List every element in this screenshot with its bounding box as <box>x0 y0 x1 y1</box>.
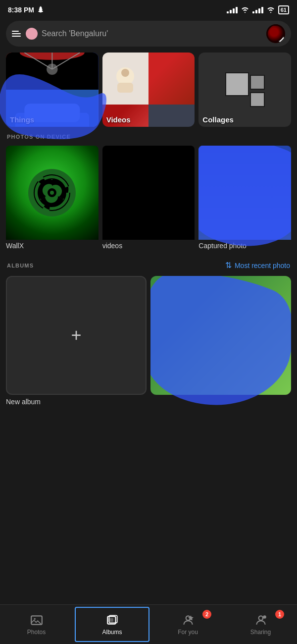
wallx-thumb <box>6 146 99 240</box>
nav-albums-label: Albums <box>102 629 122 636</box>
device-photos-section: WallX videos Captured photo <box>0 143 297 256</box>
nav-sharing-label: Sharing <box>250 629 271 636</box>
snapchat-icon <box>37 5 46 14</box>
nav-photos[interactable]: Photos <box>0 605 73 644</box>
sharing-icon <box>254 614 267 627</box>
signal-icon <box>227 7 238 13</box>
nav-albums[interactable]: Albums <box>75 607 149 642</box>
svg-rect-27 <box>108 618 113 622</box>
collage-preview <box>225 72 265 107</box>
photos-icon <box>30 614 43 627</box>
plus-icon: + <box>71 325 81 346</box>
new-album-label: New album <box>6 398 147 406</box>
most-recent-label: Most recent photo <box>235 262 290 269</box>
things-label: Things <box>10 115 34 124</box>
albums-icon <box>106 614 119 627</box>
user-dot <box>26 28 38 40</box>
category-collages[interactable]: Collages <box>198 53 291 127</box>
things-thumb-1 <box>6 53 99 90</box>
new-album-item[interactable]: + New album <box>6 276 147 406</box>
captured-thumb <box>198 146 291 240</box>
category-videos[interactable]: Videos <box>102 53 195 127</box>
wifi-icon-2 <box>266 6 275 13</box>
videos-item[interactable]: videos <box>102 146 195 250</box>
wallx-item[interactable]: WallX <box>6 146 99 250</box>
wallx-label: WallX <box>6 242 99 250</box>
new-album-box: + <box>6 276 147 395</box>
svg-point-20 <box>50 191 54 195</box>
foryou-badge: 2 <box>202 610 211 619</box>
albums-label: ALBUMS <box>7 263 34 268</box>
time-display: 8:38 PM <box>8 6 34 14</box>
status-icons: 61 <box>227 5 289 14</box>
albums-grid: + New album <box>0 273 297 412</box>
photo-album-item[interactable] <box>150 276 291 406</box>
foryou-icon <box>182 614 195 627</box>
videos-thumb-2 <box>148 53 195 105</box>
nav-photos-label: Photos <box>27 629 46 636</box>
videos-label: Videos <box>106 115 131 124</box>
signal-icon-2 <box>252 7 263 13</box>
nav-foryou[interactable]: For you 2 <box>151 605 224 644</box>
nav-sharing[interactable]: Sharing 1 <box>224 605 297 644</box>
category-things[interactable]: Things <box>6 53 99 127</box>
search-bar[interactable]: Search 'Bengaluru' <box>6 21 291 47</box>
albums-header: ALBUMS ⇅ Most recent photo <box>0 256 297 273</box>
svg-point-16 <box>121 69 129 77</box>
sharing-badge: 1 <box>275 610 284 619</box>
svg-line-31 <box>262 617 263 618</box>
photos-on-device-label: PHOTOS ON DEVICE <box>0 129 297 143</box>
svg-line-3 <box>280 38 284 42</box>
album-thumb <box>150 276 291 395</box>
status-bar: 8:38 PM 61 <box>0 0 297 18</box>
svg-rect-17 <box>117 83 133 93</box>
battery-icon: 61 <box>278 5 289 14</box>
svg-point-24 <box>34 618 35 619</box>
menu-icon <box>12 31 21 37</box>
svg-point-1 <box>269 26 279 39</box>
status-time-area: 8:38 PM <box>8 5 46 14</box>
wifi-icon <box>241 6 249 13</box>
collages-label: Collages <box>202 115 234 124</box>
captured-photo-item[interactable]: Captured photo <box>198 146 291 250</box>
biohazard-icon <box>27 168 77 217</box>
search-placeholder: Search 'Bengaluru' <box>42 29 266 38</box>
sort-icon: ⇅ <box>225 261 232 270</box>
videos-thumb-4 <box>148 105 195 127</box>
most-recent-button[interactable]: ⇅ Most recent photo <box>225 261 290 270</box>
bottom-nav: Photos Albums For you 2 Sharing 1 <box>0 604 297 644</box>
svg-point-30 <box>263 615 266 619</box>
avatar[interactable] <box>266 24 285 43</box>
videos-thumb <box>102 146 195 240</box>
nav-foryou-label: For you <box>178 629 198 636</box>
videos-thumb-1 <box>102 53 148 105</box>
avatar-image <box>266 24 285 43</box>
videos-folder-label: videos <box>102 242 195 250</box>
captured-label: Captured photo <box>198 242 291 250</box>
